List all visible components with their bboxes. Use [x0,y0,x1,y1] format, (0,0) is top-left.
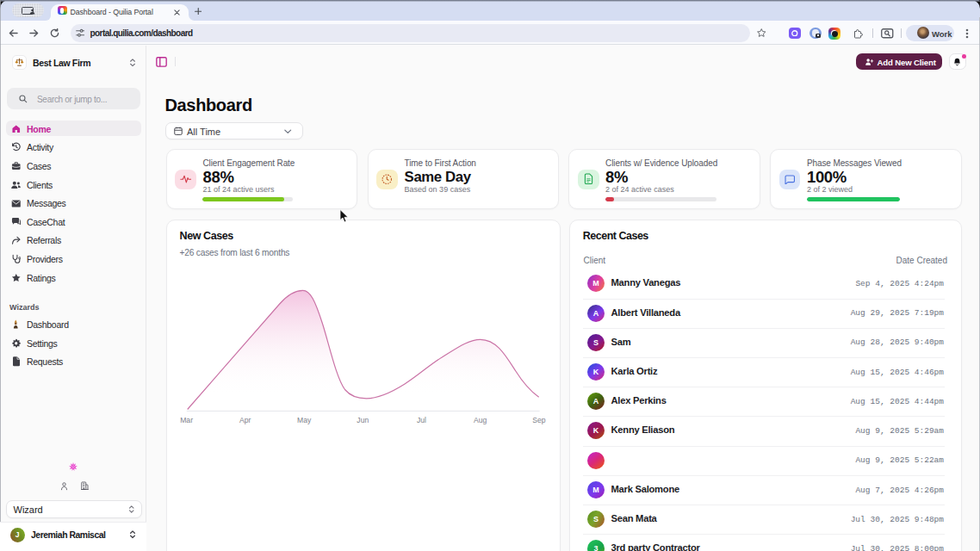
svg-text:Aug: Aug [474,416,487,424]
svg-text:Jun: Jun [357,416,369,424]
svg-text:Sep: Sep [532,416,546,424]
svg-text:Jul: Jul [417,416,426,424]
svg-text:Apr: Apr [239,416,251,424]
svg-text:Mar: Mar [180,416,193,424]
svg-text:May: May [297,416,312,424]
